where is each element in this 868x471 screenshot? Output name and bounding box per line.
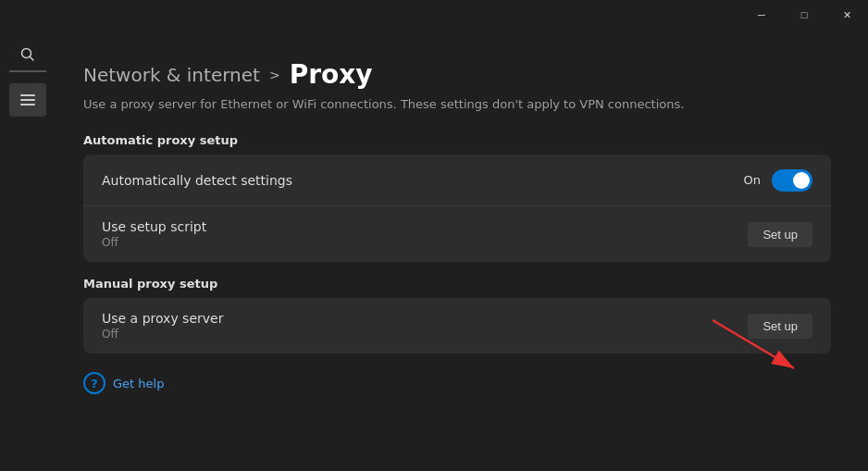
setup-script-button[interactable]: Set up xyxy=(748,222,812,247)
window: ─ □ ✕ xyxy=(0,0,868,471)
get-help-link[interactable]: Get help xyxy=(113,377,164,390)
toggle-knob xyxy=(793,172,810,189)
search-icon xyxy=(20,47,35,62)
automatic-section-header: Automatic proxy setup xyxy=(83,133,831,147)
help-icon: ? xyxy=(83,372,105,394)
content-area: Network & internet > Proxy Use a proxy s… xyxy=(56,30,868,471)
auto-detect-row: Automatically detect settings On xyxy=(83,155,831,206)
setup-script-right: Set up xyxy=(748,222,812,247)
proxy-server-right: Set up xyxy=(748,314,812,339)
breadcrumb-chevron: > xyxy=(269,68,280,82)
manual-proxy-section: Manual proxy setup Use a proxy server Of… xyxy=(83,277,831,353)
proxy-server-title: Use a proxy server xyxy=(102,311,223,326)
automatic-proxy-section: Automatic proxy setup Automatically dete… xyxy=(83,133,831,262)
svg-rect-3 xyxy=(20,99,35,101)
auto-detect-right: On xyxy=(744,169,812,192)
svg-line-1 xyxy=(31,57,34,61)
setup-script-left: Use setup script Off xyxy=(102,219,206,249)
minimize-button[interactable]: ─ xyxy=(740,0,783,30)
sidebar-nav-item[interactable] xyxy=(9,83,46,117)
auto-detect-toggle[interactable] xyxy=(772,169,812,192)
proxy-server-setup-button[interactable]: Set up xyxy=(748,314,812,339)
title-bar-controls: ─ □ ✕ xyxy=(740,0,868,30)
breadcrumb: Network & internet > Proxy xyxy=(83,59,831,90)
auto-detect-title: Automatically detect settings xyxy=(102,173,292,188)
setup-script-title: Use setup script xyxy=(102,219,206,234)
auto-detect-status: On xyxy=(744,173,761,187)
setup-script-subtitle: Off xyxy=(102,236,206,249)
proxy-server-subtitle: Off xyxy=(102,328,223,341)
help-row: ? Get help xyxy=(83,372,831,394)
sidebar-search-button[interactable] xyxy=(9,39,46,72)
title-bar: ─ □ ✕ xyxy=(0,0,868,30)
close-button[interactable]: ✕ xyxy=(825,0,868,30)
breadcrumb-parent[interactable]: Network & internet xyxy=(83,64,260,86)
maximize-button[interactable]: □ xyxy=(783,0,825,30)
automatic-settings-card: Automatically detect settings On Use se xyxy=(83,155,831,262)
proxy-server-row: Use a proxy server Off Set up xyxy=(83,298,831,353)
manual-settings-card: Use a proxy server Off Set up xyxy=(83,298,831,353)
manual-section-header: Manual proxy setup xyxy=(83,277,831,291)
svg-rect-2 xyxy=(20,94,35,96)
main-layout: Network & internet > Proxy Use a proxy s… xyxy=(0,30,868,471)
proxy-server-left: Use a proxy server Off xyxy=(102,311,223,341)
auto-detect-left: Automatically detect settings xyxy=(102,173,292,188)
svg-rect-4 xyxy=(20,104,35,105)
hamburger-icon xyxy=(20,94,35,105)
setup-script-row: Use setup script Off Set up xyxy=(83,206,831,262)
breadcrumb-current: Proxy xyxy=(290,59,373,90)
page-description: Use a proxy server for Ethernet or WiFi … xyxy=(83,97,831,111)
sidebar xyxy=(0,30,56,471)
